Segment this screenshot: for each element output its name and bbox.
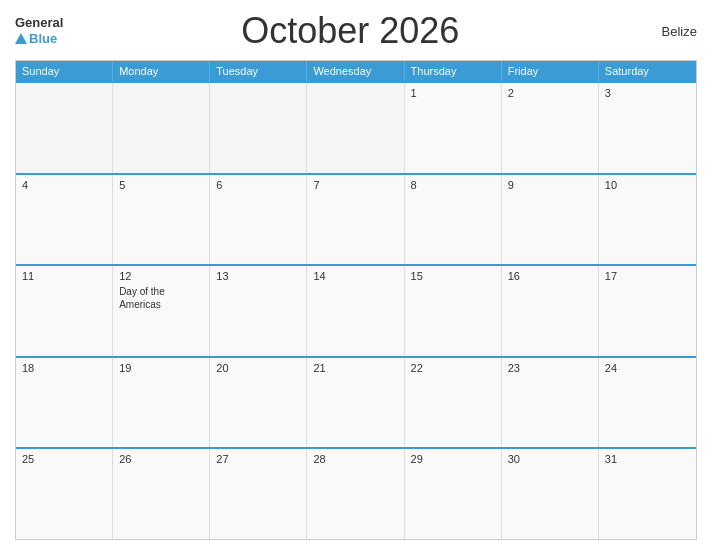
calendar-week-4: 18192021222324 <box>16 356 696 448</box>
day-number: 22 <box>411 362 495 374</box>
calendar-cell: 10 <box>599 175 696 265</box>
calendar-cell: 16 <box>502 266 599 356</box>
day-number: 18 <box>22 362 106 374</box>
calendar-cell: 2 <box>502 83 599 173</box>
calendar-cell: 23 <box>502 358 599 448</box>
calendar-cell: 15 <box>405 266 502 356</box>
logo: General Blue <box>15 15 63 46</box>
day-number: 11 <box>22 270 106 282</box>
day-number: 12 <box>119 270 203 282</box>
calendar-cell: 30 <box>502 449 599 539</box>
header: General Blue October 2026 Belize <box>15 10 697 52</box>
day-number: 24 <box>605 362 690 374</box>
day-number: 5 <box>119 179 203 191</box>
calendar-header-wednesday: Wednesday <box>307 61 404 81</box>
day-number: 29 <box>411 453 495 465</box>
calendar-cell: 20 <box>210 358 307 448</box>
day-number: 4 <box>22 179 106 191</box>
day-number: 2 <box>508 87 592 99</box>
logo-blue-container: Blue <box>15 31 63 47</box>
day-number: 23 <box>508 362 592 374</box>
day-number: 19 <box>119 362 203 374</box>
calendar-cell <box>16 83 113 173</box>
logo-triangle-icon <box>15 33 27 44</box>
logo-blue-text: Blue <box>29 31 57 47</box>
day-number: 25 <box>22 453 106 465</box>
calendar-cell: 9 <box>502 175 599 265</box>
day-number: 16 <box>508 270 592 282</box>
calendar-cell: 27 <box>210 449 307 539</box>
calendar-cell <box>307 83 404 173</box>
calendar-header-sunday: Sunday <box>16 61 113 81</box>
calendar-cell: 25 <box>16 449 113 539</box>
day-number: 10 <box>605 179 690 191</box>
calendar-cell: 21 <box>307 358 404 448</box>
calendar: SundayMondayTuesdayWednesdayThursdayFrid… <box>15 60 697 540</box>
calendar-week-3: 1112Day of the Americas1314151617 <box>16 264 696 356</box>
day-number: 21 <box>313 362 397 374</box>
calendar-title: October 2026 <box>63 10 637 52</box>
calendar-body: 123456789101112Day of the Americas131415… <box>16 81 696 539</box>
calendar-week-2: 45678910 <box>16 173 696 265</box>
calendar-cell: 1 <box>405 83 502 173</box>
logo-general-text: General <box>15 15 63 31</box>
calendar-week-5: 25262728293031 <box>16 447 696 539</box>
calendar-cell: 7 <box>307 175 404 265</box>
calendar-header-friday: Friday <box>502 61 599 81</box>
calendar-cell: 6 <box>210 175 307 265</box>
page: General Blue October 2026 Belize SundayM… <box>0 0 712 550</box>
day-event: Day of the Americas <box>119 285 203 311</box>
calendar-cell: 28 <box>307 449 404 539</box>
calendar-cell: 11 <box>16 266 113 356</box>
day-number: 8 <box>411 179 495 191</box>
day-number: 27 <box>216 453 300 465</box>
calendar-header-saturday: Saturday <box>599 61 696 81</box>
calendar-cell: 29 <box>405 449 502 539</box>
day-number: 31 <box>605 453 690 465</box>
calendar-cell: 31 <box>599 449 696 539</box>
day-number: 9 <box>508 179 592 191</box>
calendar-cell: 14 <box>307 266 404 356</box>
day-number: 20 <box>216 362 300 374</box>
day-number: 6 <box>216 179 300 191</box>
calendar-cell: 18 <box>16 358 113 448</box>
calendar-cell: 22 <box>405 358 502 448</box>
calendar-header-row: SundayMondayTuesdayWednesdayThursdayFrid… <box>16 61 696 81</box>
day-number: 7 <box>313 179 397 191</box>
calendar-cell <box>210 83 307 173</box>
calendar-cell: 26 <box>113 449 210 539</box>
calendar-cell: 19 <box>113 358 210 448</box>
day-number: 17 <box>605 270 690 282</box>
day-number: 14 <box>313 270 397 282</box>
calendar-cell: 24 <box>599 358 696 448</box>
calendar-cell: 12Day of the Americas <box>113 266 210 356</box>
calendar-header-tuesday: Tuesday <box>210 61 307 81</box>
calendar-cell: 3 <box>599 83 696 173</box>
calendar-cell <box>113 83 210 173</box>
country-label: Belize <box>637 24 697 39</box>
calendar-cell: 17 <box>599 266 696 356</box>
day-number: 15 <box>411 270 495 282</box>
day-number: 30 <box>508 453 592 465</box>
day-number: 13 <box>216 270 300 282</box>
day-number: 3 <box>605 87 690 99</box>
calendar-cell: 13 <box>210 266 307 356</box>
calendar-header-monday: Monday <box>113 61 210 81</box>
calendar-cell: 4 <box>16 175 113 265</box>
calendar-cell: 8 <box>405 175 502 265</box>
day-number: 28 <box>313 453 397 465</box>
day-number: 26 <box>119 453 203 465</box>
calendar-cell: 5 <box>113 175 210 265</box>
day-number: 1 <box>411 87 495 99</box>
calendar-header-thursday: Thursday <box>405 61 502 81</box>
calendar-week-1: 123 <box>16 81 696 173</box>
